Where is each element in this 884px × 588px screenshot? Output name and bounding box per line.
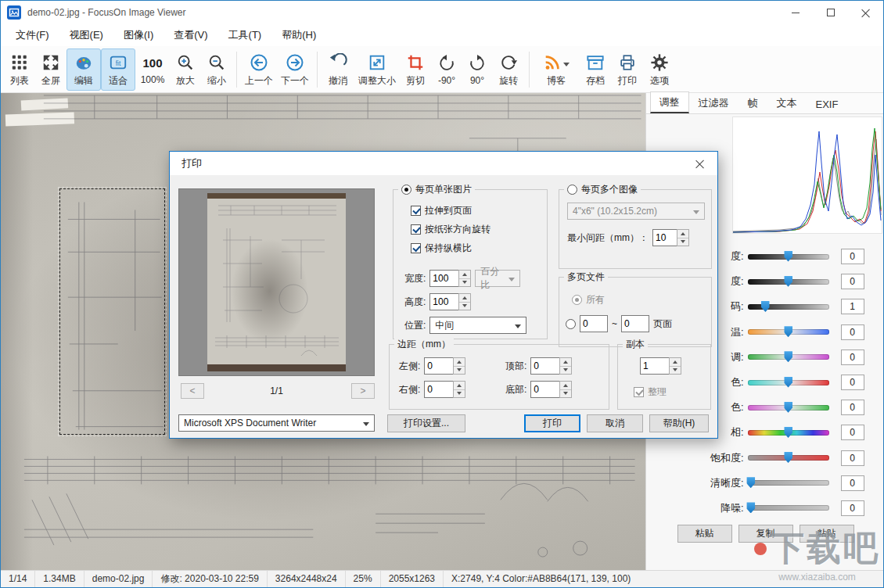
page-from-input[interactable] <box>580 315 608 332</box>
radio-icon[interactable] <box>401 185 411 195</box>
maximize-button[interactable] <box>813 1 848 24</box>
clarity-slider[interactable] <box>748 480 829 486</box>
spinner-buttons[interactable] <box>458 270 471 287</box>
copies-input[interactable] <box>640 357 670 375</box>
collate-checkbox[interactable]: 整理 <box>634 385 667 399</box>
temperature-slider[interactable] <box>748 329 829 335</box>
radio-icon[interactable] <box>567 185 577 195</box>
rotate-cw-button[interactable]: 90° <box>462 48 492 91</box>
margin-right-stepper[interactable] <box>424 381 465 398</box>
paste-button-2[interactable]: 粘贴 <box>800 525 854 543</box>
slider-value[interactable]: 0 <box>841 249 864 264</box>
checkbox-icon[interactable] <box>411 224 421 235</box>
selection-marquee[interactable] <box>59 188 165 435</box>
margin-left-stepper[interactable] <box>424 357 465 375</box>
slider-value[interactable]: 0 <box>841 500 864 516</box>
slider-handle[interactable] <box>761 301 770 312</box>
spinner-buttons[interactable] <box>453 381 465 398</box>
slider-value[interactable]: 0 <box>841 425 864 440</box>
zoom-out-button[interactable]: 缩小 <box>201 48 232 91</box>
height-stepper[interactable] <box>429 293 471 310</box>
list-button[interactable]: 列表 <box>4 48 35 91</box>
margin-top-input[interactable] <box>530 357 560 375</box>
page-range-radio[interactable] <box>566 319 576 329</box>
slider-handle[interactable] <box>746 502 755 513</box>
tint-slider[interactable] <box>748 354 829 360</box>
zoom-level-button[interactable]: 100 100% <box>135 48 170 91</box>
print-settings-button[interactable]: 打印设置... <box>387 414 465 432</box>
slider-handle[interactable] <box>784 402 792 413</box>
denoise-slider[interactable] <box>748 505 829 511</box>
checkbox-icon[interactable] <box>634 387 644 397</box>
multi-image-radio[interactable]: 每页多个图像 <box>564 183 641 196</box>
tab-filter[interactable]: 过滤器 <box>689 92 738 113</box>
spinner-buttons[interactable] <box>458 293 471 310</box>
tab-frame[interactable]: 帧 <box>738 92 767 113</box>
dialog-help-button[interactable]: 帮助(H) <box>649 414 709 432</box>
width-stepper[interactable] <box>429 270 471 287</box>
options-button[interactable]: 选项 <box>643 48 676 91</box>
edit-button[interactable]: 编辑 <box>66 48 101 91</box>
slider-value[interactable]: 0 <box>841 350 864 365</box>
rotate-button[interactable]: 旋转 <box>492 48 525 91</box>
copy-button[interactable]: 复制 <box>738 525 793 543</box>
spinner-buttons[interactable] <box>559 357 572 375</box>
slider-value[interactable]: 0 <box>841 400 864 415</box>
close-button[interactable] <box>848 1 883 24</box>
slider-handle[interactable] <box>784 251 792 262</box>
margin-right-input[interactable] <box>424 381 454 398</box>
contrast-slider[interactable] <box>748 279 829 285</box>
green-slider[interactable] <box>748 405 829 411</box>
slider-value[interactable]: 0 <box>841 375 864 390</box>
position-select[interactable]: 中间 <box>429 317 526 334</box>
slider-handle[interactable] <box>784 326 792 337</box>
saturation-slider[interactable] <box>748 455 829 461</box>
copies-stepper[interactable] <box>640 357 681 375</box>
tab-exif[interactable]: EXIF <box>807 95 848 113</box>
page-to-input[interactable] <box>621 315 649 332</box>
spinner-buttons[interactable] <box>559 381 572 398</box>
menu-tools[interactable]: 工具(T) <box>218 24 272 46</box>
slider-handle[interactable] <box>784 452 792 463</box>
min-spacing-stepper[interactable] <box>652 229 689 246</box>
min-spacing-input[interactable] <box>652 229 677 246</box>
slider-handle[interactable] <box>784 351 792 362</box>
dialog-close-button[interactable] <box>681 152 717 175</box>
slider-handle[interactable] <box>784 377 792 388</box>
menu-look[interactable]: 查看(V) <box>164 24 217 46</box>
slider-handle[interactable] <box>784 276 792 287</box>
checkbox-icon[interactable] <box>411 206 421 216</box>
brightness-slider[interactable] <box>748 254 829 260</box>
dialog-cancel-button[interactable]: 取消 <box>587 414 643 432</box>
spinner-buttons[interactable] <box>453 357 465 375</box>
minimize-button[interactable] <box>778 1 813 24</box>
checkbox-icon[interactable] <box>411 243 421 253</box>
dialog-print-button[interactable]: 打印 <box>524 414 580 432</box>
slider-value[interactable]: 1 <box>841 299 864 314</box>
spinner-buttons[interactable] <box>669 357 681 375</box>
keep-aspect-checkbox[interactable]: 保持纵横比 <box>411 242 472 255</box>
single-image-radio[interactable]: 每页单张图片 <box>398 183 475 196</box>
margin-bottom-stepper[interactable] <box>530 381 572 398</box>
slider-value[interactable]: 0 <box>841 450 864 466</box>
slider-value[interactable]: 0 <box>841 475 864 491</box>
rotate-ccw-button[interactable]: -90° <box>431 48 462 91</box>
margin-left-input[interactable] <box>424 357 454 375</box>
red-slider[interactable] <box>748 380 829 385</box>
spinner-buttons[interactable] <box>677 229 689 246</box>
slider-handle[interactable] <box>784 427 792 438</box>
stretch-checkbox[interactable]: 拉伸到页面 <box>411 204 472 217</box>
fullscreen-button[interactable]: 全屏 <box>35 48 66 91</box>
crop-button[interactable]: 剪切 <box>400 48 431 91</box>
margin-bottom-input[interactable] <box>530 381 560 398</box>
menu-view[interactable]: 视图(E) <box>59 24 113 46</box>
print-button[interactable]: 打印 <box>612 48 643 91</box>
height-input[interactable] <box>429 293 459 310</box>
preview-next-button[interactable]: > <box>351 383 375 399</box>
zoom-in-button[interactable]: 放大 <box>170 48 201 91</box>
menu-help[interactable]: 帮助(H) <box>271 24 326 46</box>
archive-button[interactable]: 存档 <box>579 48 612 91</box>
chevron-down-icon[interactable] <box>563 63 570 70</box>
menu-file[interactable]: 文件(F) <box>5 24 59 46</box>
hue-slider[interactable] <box>748 430 829 436</box>
